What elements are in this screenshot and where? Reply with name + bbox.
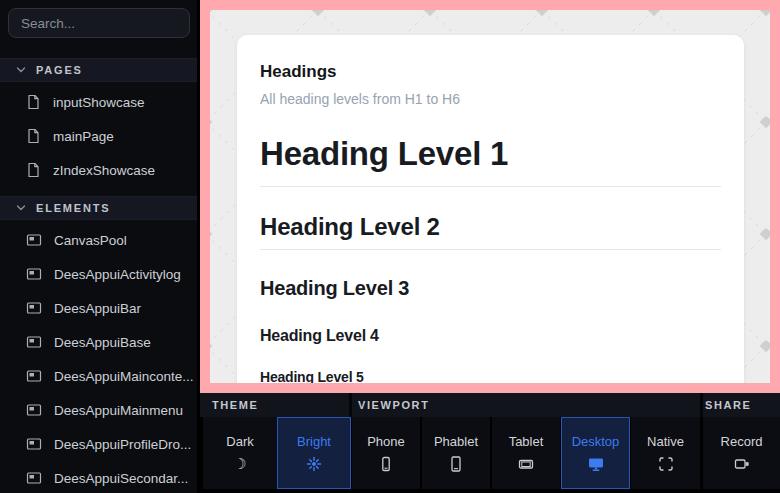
moon-icon: ☽ [233,456,246,472]
heading-level-3: Heading Level 3 [260,276,721,300]
sidebar-item-zindexshowcase[interactable]: zIndexShowcase [0,153,197,187]
sidebar-item-deesappuibase[interactable]: DeesAppuiBase [0,325,197,359]
element-icon [26,266,42,282]
desktop-icon [588,456,604,472]
section-header-pages[interactable]: PAGES [0,58,197,82]
sidebar-item-label: zIndexShowcase [53,163,155,178]
sparkle-icon [306,456,322,472]
button-label: Native [647,434,684,449]
element-icon [26,368,42,384]
element-icon [26,334,42,350]
search-input[interactable] [8,8,190,38]
phone-icon [378,456,394,472]
heading-level-1: Heading Level 1 [260,134,721,187]
viewport-desktop-button[interactable]: Desktop [561,417,630,489]
sidebar-item-inputshowcase[interactable]: inputShowcase [0,85,197,119]
button-label: Phablet [434,434,478,449]
viewport-section-label: VIEWPORT [358,399,429,411]
heading-level-2: Heading Level 2 [260,213,721,250]
pages-list: inputShowcase mainPage zIndexShowcase [0,85,197,187]
theme-dark-button[interactable]: Dark ☽ [203,417,277,489]
elements-list: CanvasPool DeesAppuiActivitylog DeesAppu… [0,223,197,493]
element-icon [26,470,42,486]
sidebar-tree: PAGES inputShowcase mainPage zIndexShowc… [0,58,197,493]
element-icon [26,436,42,452]
section-divider [700,393,703,417]
tablet-icon [518,456,534,472]
sidebar-item-deesappuiprofiledropdown[interactable]: DeesAppuiProfileDro... [0,427,197,461]
button-label: Record [721,434,763,449]
sidebar-item-deesappuisecondarymenu[interactable]: DeesAppuiSecondar... [0,461,197,493]
chevron-down-icon [16,203,26,213]
sidebar-item-deesappuiactivitylog[interactable]: DeesAppuiActivitylog [0,257,197,291]
chevron-down-icon [16,65,26,75]
sidebar-item-label: inputShowcase [53,95,145,110]
section-label: ELEMENTS [36,202,110,214]
sidebar-item-label: DeesAppuiMainconte... [54,369,194,384]
section-label: PAGES [36,64,83,76]
button-label: Tablet [509,434,544,449]
preview-frame: Headings All heading levels from H1 to H… [200,0,780,393]
sidebar-item-label: DeesAppuiBase [54,335,151,350]
sidebar-item-deesappuibar[interactable]: DeesAppuiBar [0,291,197,325]
sidebar-item-label: DeesAppuiActivitylog [54,267,181,282]
element-icon [26,402,42,418]
viewport-native-button[interactable]: Native [631,417,700,489]
sidebar-item-canvaspool[interactable]: CanvasPool [0,223,197,257]
section-divider [349,393,352,417]
sidebar-item-label: DeesAppuiProfileDro... [54,437,191,452]
heading-level-4: Heading Level 4 [260,326,721,346]
native-icon [658,456,674,472]
sidebar-item-label: DeesAppuiMainmenu [54,403,183,418]
headings-demo-card: Headings All heading levels from H1 to H… [237,35,744,383]
record-icon [734,456,750,472]
viewport-tablet-button[interactable]: Tablet [492,417,560,489]
section-header-elements[interactable]: ELEMENTS [0,196,197,220]
sidebar-item-label: DeesAppuiSecondar... [54,471,188,486]
viewport-phone-button[interactable]: Phone [352,417,420,489]
button-label: Desktop [572,434,620,449]
sidebar-item-mainpage[interactable]: mainPage [0,119,197,153]
sidebar-item-label: DeesAppuiBar [54,301,141,316]
heading-level-5: Heading Level 5 [260,368,721,383]
bottom-toolbar: THEME VIEWPORT SHARE Dark ☽ Bright Phone [200,393,780,493]
button-label: Phone [367,434,405,449]
sidebar-item-label: mainPage [53,129,114,144]
button-label: Dark [226,434,253,449]
element-icon [26,232,42,248]
element-icon [26,300,42,316]
page-icon [26,94,41,110]
search-box [8,8,190,38]
share-section-label: SHARE [705,399,752,411]
toolbar-header: THEME VIEWPORT SHARE [200,393,780,417]
button-label: Bright [297,434,331,449]
theme-bright-button[interactable]: Bright [277,417,351,489]
card-title: Headings [260,61,721,83]
page-icon [26,128,41,144]
viewport-phablet-button[interactable]: Phablet [422,417,490,489]
sidebar-item-label: CanvasPool [54,233,127,248]
sidebar-item-deesappuimaincontent[interactable]: DeesAppuiMainconte... [0,359,197,393]
card-subtitle: All heading levels from H1 to H6 [260,90,721,108]
phablet-icon [448,456,464,472]
preview-canvas: Headings All heading levels from H1 to H… [210,10,770,383]
share-record-button[interactable]: Record [703,417,780,489]
sidebar: PAGES inputShowcase mainPage zIndexShowc… [0,0,197,493]
page-icon [26,162,41,178]
theme-section-label: THEME [212,399,259,411]
sidebar-item-deesappuimainmenu[interactable]: DeesAppuiMainmenu [0,393,197,427]
